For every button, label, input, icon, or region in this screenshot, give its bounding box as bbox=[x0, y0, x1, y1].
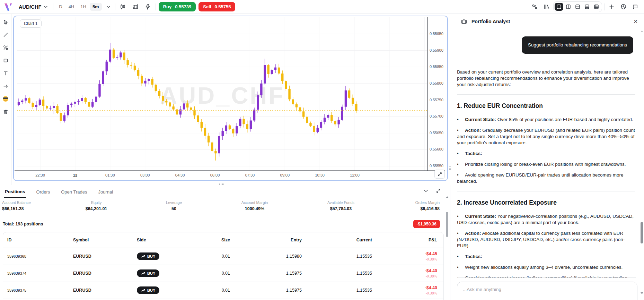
trash-icon[interactable] bbox=[1, 108, 10, 116]
scroll-down-icon[interactable] bbox=[641, 292, 643, 294]
briefcase-icon bbox=[461, 18, 467, 24]
portfolio-analyst-panel: Portfolio Analyst ✕ Suggest portfolio re… bbox=[452, 14, 644, 300]
positions-scrollbar[interactable] bbox=[445, 196, 449, 300]
sell-label: Sell bbox=[203, 4, 211, 9]
cell-size: 0.01 bbox=[188, 271, 230, 276]
tab-orders[interactable]: Orders bbox=[36, 186, 51, 197]
cell-id: 359639368 bbox=[3, 254, 69, 258]
table-row[interactable]: 359639374EURUSDBUY0.011.159751.15535-$4.… bbox=[3, 265, 443, 282]
trend-up-icon bbox=[141, 289, 145, 292]
table-row[interactable]: 359639375EURUSDBUY0.011.159751.15535-$4.… bbox=[3, 282, 443, 299]
symbol-selector[interactable]: AUD/CHF bbox=[16, 2, 50, 11]
time-tick: 09:00 bbox=[280, 173, 290, 177]
cell-side: BUY bbox=[133, 269, 188, 277]
tab-journal[interactable]: Journal bbox=[97, 186, 114, 197]
link-nodes-icon[interactable] bbox=[530, 2, 539, 12]
slope-lines-icon[interactable] bbox=[541, 2, 551, 12]
timeframe-d[interactable]: D bbox=[56, 3, 65, 11]
cell-symbol: EURUSD bbox=[69, 288, 133, 293]
cursor-icon[interactable] bbox=[1, 18, 10, 26]
timeframe-5m[interactable]: 5m bbox=[90, 3, 102, 11]
layout-2row-icon[interactable] bbox=[573, 3, 582, 11]
side-buy-pill: BUY bbox=[137, 269, 159, 277]
panel-title: Portfolio Analyst bbox=[471, 19, 510, 24]
lightning-icon[interactable] bbox=[143, 2, 153, 12]
symbol-label: AUD/CHF bbox=[19, 4, 41, 10]
stat-value: $64,201.01 bbox=[86, 206, 107, 211]
price-tick: 0.55550 bbox=[430, 164, 443, 168]
column-header: Current bbox=[302, 238, 372, 242]
layout-3row-icon[interactable] bbox=[583, 3, 591, 11]
table-row[interactable] bbox=[3, 299, 443, 300]
panel-tabs: PositionsOrdersOpen TradesJournal bbox=[0, 185, 450, 198]
scroll-up-icon[interactable] bbox=[446, 196, 449, 198]
positions-panel: PositionsOrdersOpen TradesJournal Accoun… bbox=[0, 185, 450, 300]
pnl-value: -$4.40 bbox=[372, 268, 437, 273]
price-tick: 0.55750 bbox=[430, 98, 443, 102]
close-icon[interactable]: ✕ bbox=[633, 18, 638, 25]
rectangle-icon[interactable] bbox=[1, 56, 10, 65]
chat-scrollbar[interactable] bbox=[641, 31, 643, 294]
cell-current: 1.15535 bbox=[302, 288, 372, 293]
buy-button[interactable]: Buy 0.55739 bbox=[159, 2, 196, 11]
bullet-item: •Current State: Over 85% of your positio… bbox=[457, 117, 635, 123]
scrollbar-thumb[interactable] bbox=[641, 222, 643, 243]
tab-open-trades[interactable]: Open Trades bbox=[60, 186, 88, 197]
history-clock-icon[interactable] bbox=[618, 2, 628, 12]
chat-input[interactable] bbox=[457, 282, 637, 300]
bullet-bold: Current State: bbox=[465, 117, 496, 122]
percent-icon[interactable] bbox=[1, 43, 10, 52]
cell-pnl: -$4.45-0.38% bbox=[372, 251, 443, 261]
bullet-item: •Action: Gradually decrease your EURUSD … bbox=[457, 127, 635, 146]
stat-value: $66,151.28 bbox=[2, 206, 31, 211]
text-icon[interactable] bbox=[1, 69, 10, 77]
chart-tab-chip[interactable]: Chart 1 bbox=[20, 19, 42, 28]
chat-bubble-icon[interactable] bbox=[630, 2, 640, 12]
bullet-dot-icon: • bbox=[457, 117, 465, 123]
bullet-item: •Prioritize closing losing or break-even… bbox=[457, 161, 635, 168]
cell-size: 0.01 bbox=[188, 254, 230, 259]
side-label: BUY bbox=[147, 271, 155, 275]
scrollbar-thumb[interactable] bbox=[446, 212, 448, 237]
cell-entry: 1.15975 bbox=[230, 271, 302, 276]
timeframe-4h[interactable]: 4H bbox=[66, 3, 77, 11]
price-tick: 0.55650 bbox=[430, 131, 443, 135]
scroll-up-icon[interactable] bbox=[641, 31, 643, 32]
stat-account-margin: Account Margin1000.49% bbox=[241, 200, 268, 211]
bottom-panel-resize-handle[interactable] bbox=[218, 182, 225, 186]
cell-pnl: -$4.40-0.38% bbox=[372, 268, 443, 278]
chart-panel[interactable]: AUD_CHF Chart 1 0.559500.559000.558500.5… bbox=[13, 16, 448, 181]
expand-panel-icon[interactable] bbox=[435, 187, 442, 194]
table-row[interactable]: 359639368EURUSDBUY0.011.159801.15535-$4.… bbox=[3, 248, 443, 265]
layout-grid-icon[interactable] bbox=[592, 3, 601, 11]
trendline-icon[interactable] bbox=[1, 31, 10, 39]
sell-button[interactable]: Sell 0.55755 bbox=[199, 2, 235, 11]
chat-scroll-area[interactable]: Suggest portfolio rebalancing recommenda… bbox=[457, 29, 635, 277]
trend-chart-icon[interactable] bbox=[131, 2, 140, 12]
candlestick-chart-icon[interactable] bbox=[118, 2, 128, 12]
trend-up-icon bbox=[141, 272, 145, 275]
bullet-bold: Tactics: bbox=[465, 254, 482, 259]
plus-icon[interactable] bbox=[607, 2, 616, 12]
cell-symbol: EURUSD bbox=[69, 254, 133, 259]
layout-2col-icon[interactable] bbox=[564, 3, 573, 11]
layout-single-icon[interactable] bbox=[555, 3, 563, 11]
emoji-icon[interactable] bbox=[1, 95, 10, 103]
tab-positions[interactable]: Positions bbox=[4, 186, 26, 198]
arrow-icon[interactable] bbox=[1, 82, 10, 90]
timeframe-1h[interactable]: 1H bbox=[78, 3, 89, 11]
stat-label: Orders Margin bbox=[415, 200, 440, 205]
bullet-dot-icon: • bbox=[457, 213, 465, 220]
pnl-percent: -0.38% bbox=[372, 257, 437, 261]
collapse-panel-chevron-icon[interactable] bbox=[422, 187, 429, 194]
timeframe-dropdown[interactable] bbox=[105, 2, 112, 12]
bullet-item: •Tactics: bbox=[457, 151, 635, 157]
candlestick-chart[interactable] bbox=[14, 16, 448, 181]
table-header-row: IDSymbolSideSizeEntryCurrentP&L bbox=[3, 232, 443, 248]
bullet-dot-icon: • bbox=[457, 151, 465, 157]
chart-expand-button[interactable] bbox=[434, 170, 445, 179]
cell-size: 0.01 bbox=[188, 288, 230, 293]
bullet-item: •Current State: Your negative/low-correl… bbox=[457, 213, 635, 226]
cell-current: 1.15535 bbox=[302, 271, 372, 276]
bullet-dot-icon: • bbox=[457, 172, 465, 178]
